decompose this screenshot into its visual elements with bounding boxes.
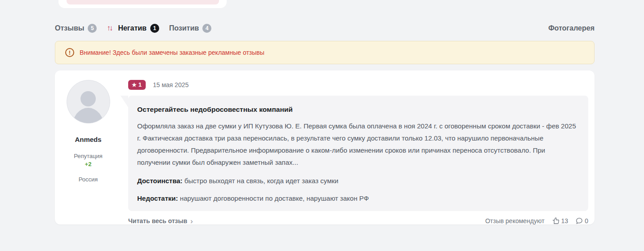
star-icon: ★ bbox=[132, 82, 137, 88]
photogallery-link[interactable]: Фотогалерея bbox=[548, 24, 595, 32]
author-location: Россия bbox=[79, 176, 98, 183]
read-more-label: Читать весь отзыв bbox=[128, 217, 187, 225]
warning-banner: ! Внимание! Здесь были замечены заказные… bbox=[55, 41, 595, 64]
comment-button[interactable]: 0 bbox=[575, 217, 588, 225]
review-bubble: Остерегайтесь недобросовестных компаний … bbox=[128, 96, 588, 211]
review-tabs: Отзывы 5 ↑ ↓ Негатив 1 Позитив 4 Фотогал… bbox=[55, 22, 595, 35]
tab-negative[interactable]: Негатив 1 bbox=[118, 24, 159, 33]
avatar[interactable] bbox=[67, 80, 110, 123]
rating-value: 1 bbox=[139, 81, 142, 88]
page: Отзывы 5 ↑ ↓ Негатив 1 Позитив 4 Фотогал… bbox=[0, 0, 644, 251]
like-button[interactable]: 13 bbox=[552, 217, 568, 225]
avatar-person-icon bbox=[80, 91, 96, 106]
tab-negative-count-badge: 1 bbox=[150, 24, 159, 33]
warning-text: Внимание! Здесь были замечены заказные р… bbox=[80, 49, 264, 56]
comment-count: 0 bbox=[585, 217, 588, 225]
reputation-value: +2 bbox=[85, 161, 92, 167]
previous-card-pink-bar bbox=[67, 0, 219, 4]
tab-negative-label: Негатив bbox=[118, 24, 147, 32]
review-body: Оформляла заказ на две сумки у ИП Кутузо… bbox=[137, 120, 579, 168]
reputation-label: Репутация bbox=[74, 153, 103, 159]
pros-line: Достоинства: быстро выходят на связь, ко… bbox=[137, 177, 579, 185]
like-count: 13 bbox=[561, 217, 568, 225]
sort-arrows-icon[interactable]: ↑ ↓ bbox=[107, 24, 112, 33]
review-date: 15 мая 2025 bbox=[153, 81, 189, 88]
cons-line: Недостатки: нарушают договоренности по д… bbox=[137, 194, 579, 202]
tab-reviews-count-badge: 5 bbox=[88, 24, 97, 33]
read-more-link[interactable]: Читать весь отзыв › bbox=[128, 217, 193, 225]
bubble-tail bbox=[121, 96, 128, 107]
tab-positive-count-badge: 4 bbox=[202, 24, 211, 33]
rating-badge: ★ 1 bbox=[128, 80, 146, 90]
review-card: Anmeds Репутация +2 Россия ★ 1 15 мая 20… bbox=[55, 70, 595, 225]
comment-icon bbox=[575, 217, 583, 225]
author-column: Anmeds Репутация +2 Россия bbox=[55, 80, 121, 183]
previous-card-partial bbox=[58, 0, 227, 8]
review-header: ★ 1 15 мая 2025 bbox=[128, 79, 588, 90]
author-name[interactable]: Anmeds bbox=[75, 136, 101, 143]
review-main: ★ 1 15 мая 2025 Остерегайтесь недобросов… bbox=[128, 79, 588, 225]
tab-reviews-label: Отзывы bbox=[55, 24, 84, 32]
chevron-right-icon: › bbox=[190, 217, 193, 225]
exclamation-circle-icon: ! bbox=[65, 48, 74, 57]
thumbs-up-icon bbox=[552, 217, 560, 225]
sort-down-arrow: ↓ bbox=[109, 24, 112, 33]
pros-text: быстро выходят на связь, когда идет зака… bbox=[184, 177, 338, 185]
review-footer: Читать весь отзыв › Отзыв рекомендуют 13 bbox=[128, 217, 588, 225]
tab-positive-label: Позитив bbox=[169, 24, 199, 32]
cons-text: нарушают договоренности по доставке, нар… bbox=[180, 194, 369, 202]
pros-label: Достоинства: bbox=[137, 177, 183, 185]
tab-positive[interactable]: Позитив 4 bbox=[169, 24, 211, 33]
tab-reviews[interactable]: Отзывы 5 bbox=[55, 24, 97, 33]
avatar-person-icon-body bbox=[72, 108, 104, 123]
review-title: Остерегайтесь недобросовестных компаний bbox=[137, 106, 579, 114]
recommend-label: Отзыв рекомендуют bbox=[485, 217, 545, 225]
footer-right: Отзыв рекомендуют 13 0 bbox=[485, 217, 588, 225]
cons-label: Недостатки: bbox=[137, 194, 178, 202]
